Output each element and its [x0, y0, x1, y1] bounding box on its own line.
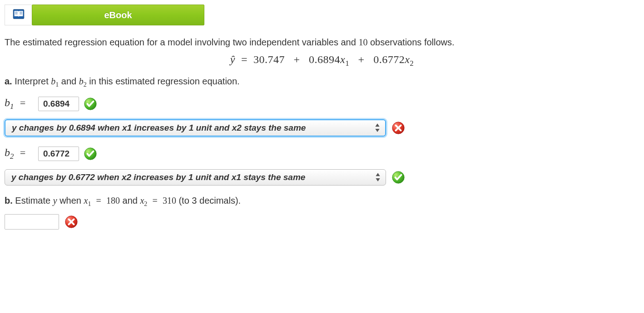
part-b-v2: 310 [163, 196, 176, 205]
part-a-b1-sub: 1 [55, 81, 59, 88]
b2-var: b2 = [5, 147, 34, 161]
check-icon [391, 171, 405, 184]
b1-value-box[interactable]: 0.6894 [38, 97, 79, 111]
intro-n: 10 [358, 37, 367, 47]
eq-equals: = [241, 54, 248, 65]
b2-interpret-row: y changes by 0.6772 when x2 increases by… [5, 169, 639, 186]
part-b-v1: 180 [106, 196, 120, 205]
part-b-label: b. [5, 196, 13, 205]
updown-icon [375, 173, 381, 182]
part-a-prefix: Interpret [15, 76, 51, 86]
part-a-b1: b [51, 76, 55, 86]
b2-interpret-select[interactable]: y changes by 0.6772 when x2 increases by… [5, 169, 386, 186]
part-b-x2: x [140, 196, 144, 205]
ebook-button[interactable]: eBook [32, 5, 204, 25]
regression-equation: ŷ = 30.747 + 0.6894x1 + 0.6772x2 [5, 54, 639, 68]
check-icon [84, 97, 97, 111]
part-a-b2-sub: 2 [84, 81, 87, 88]
eq-x2: x [405, 54, 410, 65]
eq-x1-sub: 1 [345, 59, 349, 68]
b1-value: 0.6894 [43, 99, 69, 108]
b2-var-sub: 2 [10, 152, 14, 161]
cross-icon [391, 121, 405, 135]
intro-prefix: The estimated regression equation for a … [5, 37, 358, 47]
part-b-y: y [53, 196, 57, 205]
part-a-label: a. [5, 76, 12, 86]
part-b-suffix: (to 3 decimals). [178, 196, 241, 205]
part-b-x1-sub: 1 [88, 201, 91, 207]
part-b-eq2: = [152, 196, 157, 205]
eq-yhat: ŷ [230, 54, 235, 65]
part-a-b2: b [79, 76, 84, 86]
b1-row: b1 = 0.6894 [5, 97, 639, 111]
check-icon [84, 147, 97, 161]
part-a-and: and [61, 76, 79, 86]
eq-plus-1: + [294, 54, 300, 65]
book-icon [13, 9, 25, 21]
b1-interpret-text: y changes by 0.6894 when x1 increases by… [12, 123, 306, 133]
b1-eq: = [19, 97, 26, 108]
part-b-answer-row [5, 214, 639, 230]
b1-var-sub: 1 [10, 102, 14, 111]
intro-text: The estimated regression equation for a … [5, 35, 639, 49]
b1-interpret-select[interactable]: y changes by 0.6894 when x1 increases by… [5, 119, 386, 137]
updown-icon [374, 123, 381, 132]
b2-eq: = [19, 147, 26, 158]
b2-value: 0.6772 [43, 149, 69, 158]
eq-plus-2: + [358, 54, 365, 65]
eq-intercept: 30.747 [253, 54, 285, 65]
intro-suffix: observations follows. [367, 37, 454, 47]
ebook-icon-wrap[interactable] [5, 5, 32, 25]
b1-interpret-row: y changes by 0.6894 when x1 increases by… [5, 119, 639, 137]
cross-icon [64, 215, 78, 229]
b2-interpret-text: y changes by 0.6772 when x2 increases by… [11, 172, 305, 182]
b2-value-box[interactable]: 0.6772 [38, 147, 79, 161]
part-b-answer-input[interactable] [5, 214, 59, 230]
eq-b1-coef: 0.6894 [309, 54, 340, 65]
part-a-prompt: a. Interpret b1 and b2 in this estimated… [5, 76, 639, 88]
part-a-suffix: in this estimated regression equation. [89, 76, 239, 86]
b2-var-letter: b [5, 147, 10, 158]
part-b-prefix: Estimate [15, 196, 53, 205]
part-b-and: and [123, 196, 140, 205]
b1-var-letter: b [5, 97, 10, 108]
part-b-prompt: b. Estimate y when x1 = 180 and x2 = 310… [5, 196, 639, 208]
b1-var: b1 = [5, 97, 34, 111]
part-b-when: when [59, 196, 84, 205]
eq-x1: x [340, 54, 345, 65]
b2-row: b2 = 0.6772 [5, 147, 639, 161]
ebook-button-label: eBook [104, 10, 132, 20]
eq-b2-coef: 0.6772 [373, 54, 405, 65]
eq-x2-sub: 2 [410, 59, 414, 68]
ebook-row: eBook [5, 5, 639, 25]
part-b-eq1: = [96, 196, 101, 205]
part-b-x2-sub: 2 [144, 201, 147, 207]
